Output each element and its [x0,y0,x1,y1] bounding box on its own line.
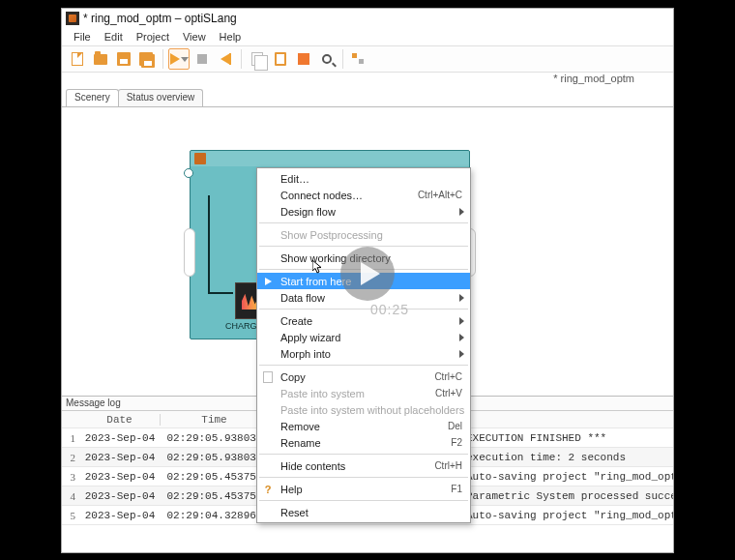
ctx-apply-wizard[interactable]: Apply wizard [257,329,470,345]
copy-icon [263,371,273,383]
open-button[interactable] [90,48,111,70]
mouse-cursor-icon [312,260,322,274]
menu-help[interactable]: Help [214,29,248,44]
tab-status-overview[interactable]: Status overview [118,89,204,106]
connection-wire [208,292,233,294]
ctx-remove[interactable]: RemoveDel [257,418,470,434]
save-button[interactable] [113,48,134,70]
play-icon [361,262,380,285]
context-menu: Edit… Connect nodes…Ctrl+Alt+C Design fl… [256,167,471,523]
copy-icon [251,52,263,66]
disk-icon [117,52,131,66]
stop-button[interactable] [191,48,213,70]
toolbar [62,45,673,73]
input-port[interactable] [184,168,193,178]
menu-view[interactable]: View [177,29,212,44]
save-all-button[interactable] [136,48,158,70]
tab-scenery[interactable]: Scenery [66,89,119,106]
block-button[interactable] [293,48,314,70]
toolbar-separator [342,49,343,69]
menu-file[interactable]: File [68,29,97,44]
col-date[interactable]: Date [79,414,161,426]
node-icon [194,153,206,164]
stop-icon [197,54,207,64]
ctx-help[interactable]: ?HelpF1 [257,481,470,497]
ctx-create[interactable]: Create [257,312,470,329]
node-header [191,151,469,166]
rewind-button[interactable] [215,48,236,70]
breadcrumb: * ring_mod_optm [62,73,673,90]
menubar: File Edit Project View Help [62,28,673,45]
app-icon [66,12,79,25]
ctx-connect-nodes[interactable]: Connect nodes…Ctrl+Alt+C [257,187,470,203]
video-play-button[interactable] [340,247,395,301]
col-time[interactable]: Time [161,414,269,426]
video-timestamp: 00:25 [370,302,409,317]
play-icon [170,53,180,65]
menu-edit[interactable]: Edit [99,29,129,44]
menu-project[interactable]: Project [131,29,175,44]
ctx-morph-into[interactable]: Morph into [257,345,470,362]
ctx-design-flow[interactable]: Design flow [257,203,470,220]
window-title: * ring_mod_optm – optiSLang [83,12,237,25]
chevron-down-icon [181,57,189,62]
search-icon [322,54,332,64]
disks-icon [139,52,155,66]
tree-icon [352,53,366,65]
tabstrip: Scenery Status overview [62,90,673,107]
copy-button[interactable] [247,48,268,70]
ctx-paste-into-system: Paste into systemCtrl+V [257,385,470,401]
toolbar-separator [162,49,163,69]
folder-icon [94,54,107,65]
connection-wire [208,195,210,292]
new-button[interactable] [67,48,88,70]
ctx-rename[interactable]: RenameF2 [257,434,470,451]
search-button[interactable] [316,48,338,70]
paste-button[interactable] [270,48,291,70]
ctx-show-postprocessing: Show Postprocessing [257,226,470,243]
play-icon [265,278,272,285]
skip-back-icon [220,53,230,65]
run-button[interactable] [168,48,190,70]
resize-handle-left[interactable] [184,228,195,277]
block-icon [298,53,309,65]
document-icon [72,52,83,66]
toolbar-separator [241,49,242,69]
titlebar: * ring_mod_optm – optiSLang [62,9,673,28]
ctx-hide-contents[interactable]: Hide contentsCtrl+H [257,457,470,474]
help-icon: ? [261,483,275,496]
ctx-edit[interactable]: Edit… [257,170,470,187]
layout-button[interactable] [348,48,369,70]
paste-icon [275,52,286,66]
ctx-paste-no-placeholders: Paste into system without placeholders [257,401,470,418]
ctx-copy[interactable]: CopyCtrl+C [257,368,470,385]
ctx-reset[interactable]: Reset [257,504,470,520]
